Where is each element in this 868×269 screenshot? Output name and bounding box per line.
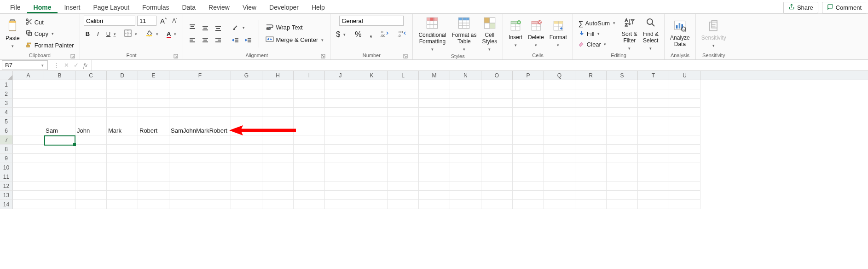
cell-T13[interactable] bbox=[638, 191, 669, 200]
cell-G12[interactable] bbox=[231, 181, 262, 191]
copy-button[interactable]: Copy ▾ bbox=[23, 29, 76, 39]
cell-H12[interactable] bbox=[262, 181, 294, 191]
cell-L13[interactable] bbox=[388, 191, 419, 200]
cell-L8[interactable] bbox=[388, 145, 419, 154]
cell-K11[interactable] bbox=[356, 172, 388, 181]
cell-H8[interactable] bbox=[262, 145, 294, 154]
cell-D7[interactable] bbox=[107, 135, 138, 145]
cell-T8[interactable] bbox=[638, 145, 669, 154]
cell-F2[interactable] bbox=[169, 89, 231, 99]
cell-R2[interactable] bbox=[575, 89, 607, 99]
cell-U3[interactable] bbox=[669, 99, 700, 108]
row-header-4[interactable]: 4 bbox=[0, 108, 13, 117]
align-left-button[interactable] bbox=[187, 36, 198, 45]
cell-J13[interactable] bbox=[325, 191, 356, 200]
cell-Q10[interactable] bbox=[544, 163, 575, 172]
cell-C6[interactable]: John bbox=[75, 126, 107, 135]
bold-button[interactable]: B bbox=[84, 29, 92, 38]
cell-K2[interactable] bbox=[356, 89, 388, 99]
cell-N11[interactable] bbox=[450, 172, 481, 181]
cell-P7[interactable] bbox=[513, 135, 544, 145]
cell-F14[interactable] bbox=[169, 200, 231, 209]
cell-L12[interactable] bbox=[388, 181, 419, 191]
increase-font-button[interactable]: A^ bbox=[158, 16, 168, 26]
cell-C11[interactable] bbox=[75, 172, 107, 181]
cell-C3[interactable] bbox=[75, 99, 107, 108]
cell-Q12[interactable] bbox=[544, 181, 575, 191]
cell-T14[interactable] bbox=[638, 200, 669, 209]
cell-B13[interactable] bbox=[44, 191, 75, 200]
tab-data[interactable]: Data bbox=[175, 1, 202, 13]
cell-R8[interactable] bbox=[575, 145, 607, 154]
cell-D13[interactable] bbox=[107, 191, 138, 200]
cell-A12[interactable] bbox=[13, 181, 44, 191]
cell-C12[interactable] bbox=[75, 181, 107, 191]
cell-S10[interactable] bbox=[607, 163, 638, 172]
sort-filter-button[interactable]: AZ Sort & Filter▾ bbox=[620, 16, 639, 52]
cell-E4[interactable] bbox=[138, 108, 169, 117]
cell-R5[interactable] bbox=[575, 117, 607, 126]
cell-I9[interactable] bbox=[294, 154, 325, 163]
decrease-indent-button[interactable] bbox=[230, 36, 241, 45]
cell-C9[interactable] bbox=[75, 154, 107, 163]
cell-D6[interactable]: Mark bbox=[107, 126, 138, 135]
cell-F10[interactable] bbox=[169, 163, 231, 172]
cell-M1[interactable] bbox=[419, 80, 450, 89]
cell-N5[interactable] bbox=[450, 117, 481, 126]
cell-A8[interactable] bbox=[13, 145, 44, 154]
clear-button[interactable]: Clear▾ bbox=[577, 40, 618, 49]
cell-Q7[interactable] bbox=[544, 135, 575, 145]
cell-J5[interactable] bbox=[325, 117, 356, 126]
cell-S8[interactable] bbox=[607, 145, 638, 154]
column-header-C[interactable]: C bbox=[75, 71, 107, 80]
align-top-button[interactable] bbox=[187, 23, 198, 32]
find-select-button[interactable]: Find & Select▾ bbox=[641, 16, 660, 52]
cell-Q3[interactable] bbox=[544, 99, 575, 108]
column-header-N[interactable]: N bbox=[450, 71, 481, 80]
cell-P9[interactable] bbox=[513, 154, 544, 163]
cell-E1[interactable] bbox=[138, 80, 169, 89]
cell-N10[interactable] bbox=[450, 163, 481, 172]
cell-M14[interactable] bbox=[419, 200, 450, 209]
cell-J4[interactable] bbox=[325, 108, 356, 117]
cell-C4[interactable] bbox=[75, 108, 107, 117]
cell-D9[interactable] bbox=[107, 154, 138, 163]
row-header-1[interactable]: 1 bbox=[0, 80, 13, 89]
cell-Q13[interactable] bbox=[544, 191, 575, 200]
cell-Q2[interactable] bbox=[544, 89, 575, 99]
cell-M7[interactable] bbox=[419, 135, 450, 145]
cell-R7[interactable] bbox=[575, 135, 607, 145]
cell-A13[interactable] bbox=[13, 191, 44, 200]
cell-O9[interactable] bbox=[481, 154, 513, 163]
cell-C7[interactable] bbox=[75, 135, 107, 145]
cell-O13[interactable] bbox=[481, 191, 513, 200]
fill-button[interactable]: Fill▾ bbox=[577, 29, 618, 39]
font-name-select[interactable] bbox=[84, 16, 135, 26]
cell-Q8[interactable] bbox=[544, 145, 575, 154]
cell-F5[interactable] bbox=[169, 117, 231, 126]
cell-M11[interactable] bbox=[419, 172, 450, 181]
cell-A6[interactable] bbox=[13, 126, 44, 135]
cell-N12[interactable] bbox=[450, 181, 481, 191]
column-header-A[interactable]: A bbox=[13, 71, 44, 80]
cell-S3[interactable] bbox=[607, 99, 638, 108]
cell-B4[interactable] bbox=[44, 108, 75, 117]
cell-styles-button[interactable]: Cell Styles▾ bbox=[480, 16, 499, 53]
cell-G3[interactable] bbox=[231, 99, 262, 108]
cell-P1[interactable] bbox=[513, 80, 544, 89]
accounting-format-button[interactable]: $▾ bbox=[334, 29, 348, 40]
cell-P5[interactable] bbox=[513, 117, 544, 126]
align-middle-button[interactable] bbox=[200, 23, 211, 32]
enter-formula-button[interactable]: ✓ bbox=[74, 62, 79, 69]
cell-B7[interactable] bbox=[44, 135, 75, 146]
cell-M4[interactable] bbox=[419, 108, 450, 117]
cell-F13[interactable] bbox=[169, 191, 231, 200]
cell-H5[interactable] bbox=[262, 117, 294, 126]
cell-N14[interactable] bbox=[450, 200, 481, 209]
cell-A7[interactable] bbox=[13, 135, 44, 145]
column-header-S[interactable]: S bbox=[607, 71, 638, 80]
cell-J7[interactable] bbox=[325, 135, 356, 145]
align-right-button[interactable] bbox=[213, 36, 224, 45]
cell-U14[interactable] bbox=[669, 200, 700, 209]
cell-L7[interactable] bbox=[388, 135, 419, 145]
